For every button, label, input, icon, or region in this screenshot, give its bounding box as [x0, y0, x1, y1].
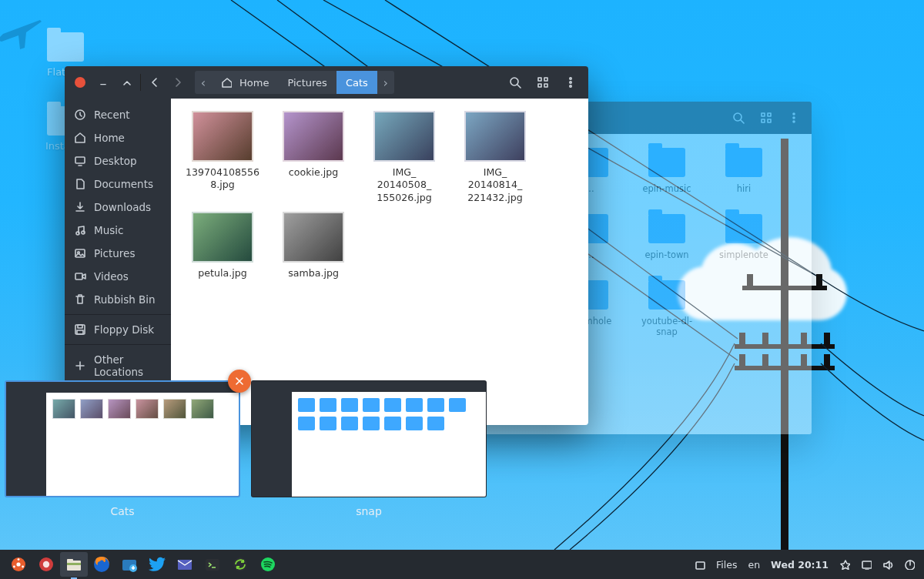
search-icon[interactable]	[725, 106, 752, 129]
folder-label: hiri	[715, 183, 773, 194]
minimize-button[interactable]: –	[92, 72, 114, 93]
sidebar-item-recent[interactable]: Recent	[65, 103, 171, 126]
path-label: Home	[239, 77, 269, 89]
svg-point-18	[76, 232, 79, 235]
folder-label: epin-town	[638, 249, 696, 260]
folder-label: youtube-dl-snap	[638, 316, 696, 337]
file-item[interactable]: petula.jpg	[182, 212, 263, 279]
svg-rect-3	[762, 119, 765, 122]
sidebar-item-label: Floppy Disk	[94, 323, 154, 336]
preview-label: snap	[251, 505, 487, 517]
sidebar-item-videos[interactable]: Videos	[65, 265, 171, 288]
path-segment-home[interactable]: Home	[212, 71, 278, 94]
svg-point-14	[570, 82, 571, 83]
nav-forward-button[interactable]	[167, 72, 189, 93]
image-thumbnail	[192, 111, 253, 162]
file-manager-window[interactable]: – ‹ Home Pictures Cats › RecentHomeDeskt…	[65, 66, 588, 425]
close-button[interactable]	[69, 72, 91, 93]
tray-notifications-icon[interactable]	[835, 559, 855, 570]
folder-icon	[47, 32, 84, 62]
view-grid-icon[interactable]	[753, 106, 779, 129]
sidebar-item-label: Rubbish Bin	[94, 293, 156, 306]
svg-point-30	[22, 566, 24, 568]
svg-point-32	[43, 561, 49, 567]
screen-recorder-button[interactable]	[32, 552, 60, 577]
files-app-button[interactable]	[60, 552, 88, 577]
svg-rect-20	[75, 249, 85, 257]
svg-rect-22	[75, 273, 82, 279]
tray-app-title[interactable]: Files	[711, 559, 742, 571]
svg-point-6	[793, 117, 795, 119]
file-item[interactable]: IMG_20140814_221432.jpg	[454, 111, 536, 204]
sidebar-item-home[interactable]: Home	[65, 126, 171, 149]
sidebar-item-music[interactable]: Music	[65, 219, 171, 242]
folder-item[interactable]: epin-music	[638, 148, 696, 194]
file-item[interactable]: samba.jpg	[273, 212, 354, 279]
sidebar-item-documents[interactable]: Documents	[65, 172, 171, 196]
maximize-button[interactable]	[116, 72, 137, 93]
sidebar-item-pictures[interactable]: Pictures	[65, 242, 171, 265]
show-apps-button[interactable]	[5, 552, 32, 577]
folder-label: epin-music	[638, 183, 696, 194]
tray-clock[interactable]: Wed 20:11	[766, 559, 833, 571]
path-label: Cats	[346, 77, 368, 89]
tray-power-icon[interactable]	[899, 559, 919, 570]
sidebar-item-desktop[interactable]: Desktop	[65, 149, 171, 172]
folder-item[interactable]: epin-town	[638, 214, 696, 260]
sidebar-item-label: Downloads	[94, 201, 151, 213]
spotify-button[interactable]	[254, 552, 282, 577]
mail-button[interactable]	[171, 552, 199, 577]
firefox-button[interactable]	[88, 552, 116, 577]
svg-point-13	[570, 78, 571, 79]
window-preview-cats[interactable]: Cats	[5, 380, 240, 524]
folder-item[interactable]: simplenote	[715, 214, 773, 260]
path-segment-cats[interactable]: Cats	[336, 71, 377, 94]
svg-rect-4	[768, 119, 771, 122]
svg-rect-34	[67, 559, 73, 562]
hamburger-menu-button[interactable]	[557, 71, 584, 94]
view-toggle-button[interactable]	[530, 71, 556, 94]
places-sidebar: RecentHomeDesktopDocumentsDownloadsMusic…	[65, 99, 171, 425]
terminal-button[interactable]	[199, 552, 226, 577]
sidebar-item-floppy[interactable]: Floppy Disk	[65, 318, 171, 341]
path-right-icon[interactable]: ›	[377, 75, 394, 90]
sidebar-item-label: Videos	[94, 270, 129, 283]
nav-back-button[interactable]	[144, 72, 166, 93]
menu-icon[interactable]	[781, 106, 807, 129]
window-preview-snap[interactable]: snap	[251, 380, 487, 524]
update-button[interactable]	[226, 552, 254, 577]
sidebar-item-label: Pictures	[94, 247, 135, 259]
sidebar-item-label: Other Locations	[94, 353, 162, 378]
image-thumbnail	[192, 212, 253, 263]
close-preview-button[interactable]	[228, 370, 251, 393]
sidebar-item-label: Music	[94, 224, 123, 236]
svg-rect-11	[538, 84, 541, 87]
tray-keyboard-layout[interactable]: en	[743, 559, 765, 571]
file-item[interactable]: 1397041085568.jpg	[182, 111, 263, 204]
sidebar-item-other[interactable]: Other Locations	[65, 348, 171, 383]
folder-icon	[725, 214, 762, 243]
path-left-icon[interactable]: ‹	[195, 75, 212, 90]
tray-files-icon[interactable]	[690, 559, 710, 570]
svg-rect-25	[77, 330, 83, 334]
svg-rect-10	[544, 78, 547, 81]
twitter-button[interactable]	[143, 552, 171, 577]
svg-rect-2	[768, 113, 771, 116]
folder-item[interactable]: youtube-dl-snap	[638, 280, 696, 337]
file-item[interactable]: cookie.jpg	[273, 111, 354, 204]
sidebar-item-trash[interactable]: Rubbish Bin	[65, 288, 171, 311]
sidebar-item-downloads[interactable]: Downloads	[65, 196, 171, 219]
preview-label: Cats	[5, 505, 240, 517]
software-center-button[interactable]	[116, 552, 143, 577]
svg-point-29	[13, 566, 15, 568]
folder-item[interactable]: hiri	[715, 148, 773, 194]
svg-rect-24	[78, 325, 82, 328]
file-item[interactable]: IMG_20140508_155026.jpg	[363, 111, 445, 204]
path-segment-pictures[interactable]: Pictures	[278, 71, 336, 94]
search-button[interactable]	[502, 71, 528, 94]
svg-rect-40	[206, 559, 219, 571]
svg-rect-43	[696, 562, 705, 569]
tray-volume-icon[interactable]	[878, 559, 898, 570]
tray-network-icon[interactable]	[856, 559, 876, 570]
file-name: petula.jpg	[182, 267, 263, 279]
